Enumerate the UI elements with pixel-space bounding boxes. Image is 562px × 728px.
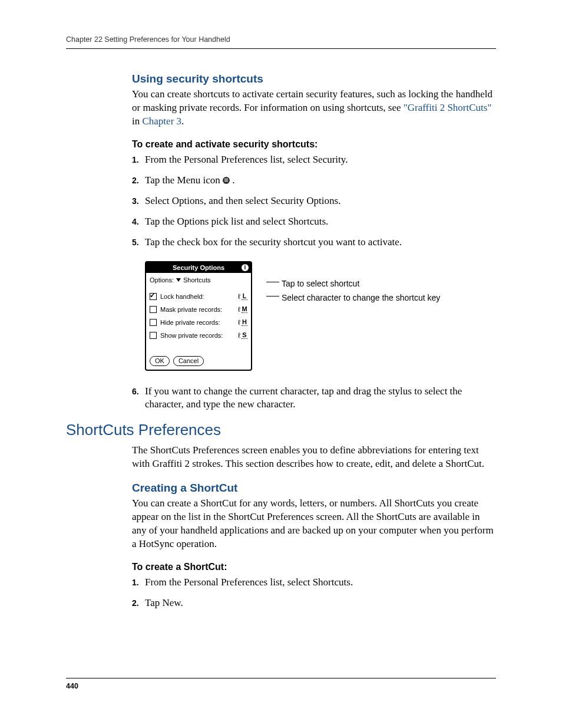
step-text: If you want to change the current charac… xyxy=(145,385,496,412)
menu-icon xyxy=(223,177,230,184)
step-text: From the Personal Preferences list, sele… xyxy=(145,576,353,589)
link-graffiti-shortcuts[interactable]: "Graffiti 2 ShortCuts" xyxy=(404,102,492,113)
device-title-text: Security Options xyxy=(173,264,224,271)
step-2-text-a: Tap the Menu icon xyxy=(145,174,223,186)
step-2-text-b: . xyxy=(232,174,234,186)
shortcut-key-field[interactable]: ℓ S xyxy=(238,331,247,340)
intro-mid: in xyxy=(132,116,142,127)
info-icon[interactable]: i xyxy=(242,264,249,271)
shortcut-glyph-icon: ℓ xyxy=(238,318,240,327)
callout-text: Select character to change the shortcut … xyxy=(282,293,440,302)
page-content: Using security shortcuts You can create … xyxy=(132,73,496,610)
step-1-create-shortcut: 1. From the Personal Preferences list, s… xyxy=(132,576,496,589)
steps-list-create-shortcut: 1. From the Personal Preferences list, s… xyxy=(132,576,496,610)
options-label: Options: xyxy=(150,276,174,284)
cancel-button[interactable]: Cancel xyxy=(173,356,204,366)
shortcut-label: Hide private records: xyxy=(160,319,220,326)
step-number: 6. xyxy=(132,387,145,396)
heading-using-security-shortcuts: Using security shortcuts xyxy=(132,73,496,85)
shortcut-label: Lock handheld: xyxy=(160,293,204,300)
checkbox-mask[interactable] xyxy=(150,306,157,313)
callout-leader-line xyxy=(266,296,279,297)
step-text: Tap the Options pick list and select Sho… xyxy=(145,215,328,229)
device-body: Options: Shortcuts Lock handheld: ℓ xyxy=(146,273,251,370)
shortcut-list: Lock handheld: ℓ L Mask private records: xyxy=(150,290,247,342)
step-3: 3. Select Options, and then select Secur… xyxy=(132,195,496,208)
shortcut-glyph-icon: ℓ xyxy=(238,331,240,340)
shortcut-row-show: Show private records: ℓ S xyxy=(150,329,247,342)
shortcut-letter: L xyxy=(242,292,247,300)
ok-button[interactable]: OK xyxy=(150,356,170,366)
shortcut-row-mask: Mask private records: ℓ M xyxy=(150,303,247,316)
link-chapter-3[interactable]: Chapter 3 xyxy=(142,116,181,127)
intro-after: . xyxy=(181,116,184,127)
chevron-down-icon xyxy=(176,278,181,282)
steps-list-security: 1. From the Personal Preferences list, s… xyxy=(132,153,496,249)
shortcut-row-lock: Lock handheld: ℓ L xyxy=(150,290,247,303)
step-number: 2. xyxy=(132,598,145,608)
callout-change-key: Select character to change the shortcut … xyxy=(266,293,440,302)
step-6: 6. If you want to change the current cha… xyxy=(132,385,496,412)
step-number: 5. xyxy=(132,238,145,247)
step-number: 3. xyxy=(132,196,145,206)
task-heading-create-security-shortcuts: To create and activate security shortcut… xyxy=(132,139,496,150)
step-text: Tap New. xyxy=(145,597,183,610)
heading-creating-a-shortcut: Creating a ShortCut xyxy=(132,482,496,495)
options-picklist[interactable]: Options: Shortcuts xyxy=(150,275,247,288)
shortcut-glyph-icon: ℓ xyxy=(238,305,240,314)
step-number: 2. xyxy=(132,176,145,185)
checkbox-lock[interactable] xyxy=(150,293,157,300)
step-number: 4. xyxy=(132,217,145,226)
callout-leader-line xyxy=(266,282,279,282)
checkbox-show[interactable] xyxy=(150,332,157,339)
shortcut-letter: H xyxy=(242,318,247,326)
options-value: Shortcuts xyxy=(183,276,210,284)
step-number: 1. xyxy=(132,578,145,587)
shortcut-row-hide: Hide private records: ℓ H xyxy=(150,316,247,329)
shortcuts-preferences-intro: The ShortCuts Preferences screen enables… xyxy=(132,444,496,471)
step-1: 1. From the Personal Preferences list, s… xyxy=(132,153,496,167)
step-text: From the Personal Preferences list, sele… xyxy=(145,153,348,167)
step-number: 1. xyxy=(132,155,145,164)
intro-paragraph: You can create shortcuts to activate cer… xyxy=(132,88,496,129)
step-5: 5. Tap the check box for the security sh… xyxy=(132,236,496,249)
checkbox-hide[interactable] xyxy=(150,319,157,326)
shortcut-label: Show private records: xyxy=(160,332,223,339)
creating-shortcut-intro: You can create a ShortCut for any words,… xyxy=(132,497,496,551)
figure-callouts: Tap to select shortcut Select character … xyxy=(266,279,440,302)
step-4: 4. Tap the Options pick list and select … xyxy=(132,215,496,229)
shortcut-key-field[interactable]: ℓ H xyxy=(238,318,247,327)
callout-text: Tap to select shortcut xyxy=(282,279,359,288)
shortcut-glyph-icon: ℓ xyxy=(238,292,240,301)
page-footer: 440 xyxy=(66,678,496,690)
page: Chapter 22 Setting Preferences for Your … xyxy=(0,0,562,728)
steps-list-security-cont: 6. If you want to change the current cha… xyxy=(132,385,496,412)
shortcut-key-field[interactable]: ℓ L xyxy=(238,292,247,301)
shortcut-letter: S xyxy=(242,331,247,339)
shortcut-key-field[interactable]: ℓ M xyxy=(238,305,247,314)
step-text: Tap the Menu icon . xyxy=(145,174,234,187)
heading-shortcuts-preferences: ShortCuts Preferences xyxy=(66,421,496,439)
running-header: Chapter 22 Setting Preferences for Your … xyxy=(66,35,496,49)
shortcut-label: Mask private records: xyxy=(160,306,222,313)
page-number: 440 xyxy=(66,682,78,690)
figure-security-options: Security Options i Options: Shortcuts xyxy=(145,261,496,371)
step-text: Tap the check box for the security short… xyxy=(145,236,402,249)
device-titlebar: Security Options i xyxy=(146,262,251,273)
task-heading-create-shortcut: To create a ShortCut: xyxy=(132,562,496,572)
step-text: Select Options, and then select Security… xyxy=(145,195,340,208)
shortcut-letter: M xyxy=(242,305,247,313)
device-screenshot: Security Options i Options: Shortcuts xyxy=(145,261,252,371)
step-2-create-shortcut: 2. Tap New. xyxy=(132,597,496,610)
step-2: 2. Tap the Menu icon . xyxy=(132,174,496,187)
device-button-row: OK Cancel xyxy=(150,356,247,366)
callout-tap-shortcut: Tap to select shortcut xyxy=(266,279,440,288)
